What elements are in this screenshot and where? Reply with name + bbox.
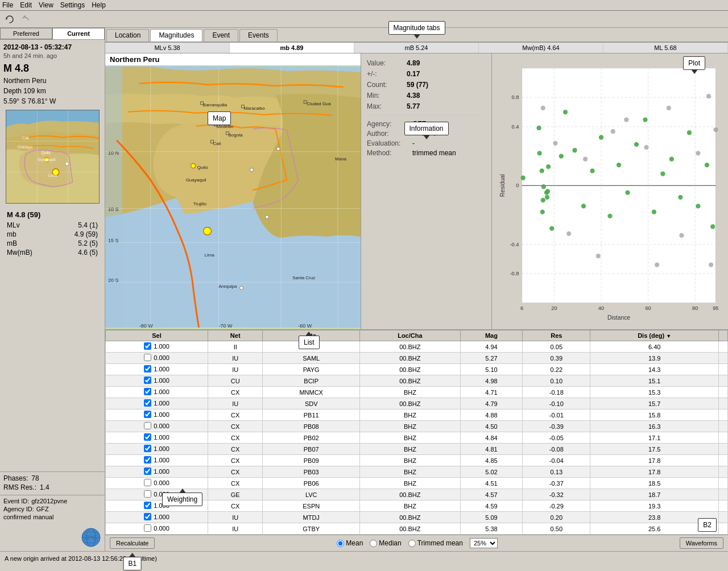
weighting-annotation: Weighting: [162, 493, 202, 506]
svg-point-95: [559, 154, 564, 158]
svg-text:80: 80: [692, 305, 698, 311]
radio-trimmed-input[interactable]: [408, 540, 416, 547]
mag-tab-mwmb[interactable]: Mw(mB) 4.64: [479, 43, 603, 53]
col-mag[interactable]: Mag: [460, 330, 523, 341]
table-container[interactable]: List Weighting B2 Sel Net Sta: [105, 330, 728, 535]
radio-trimmed-label: Trimmed mean: [417, 539, 463, 547]
svg-point-99: [590, 168, 594, 173]
row-net-1: IU: [208, 353, 263, 364]
radio-mean[interactable]: Mean: [337, 539, 363, 547]
mag-row-mwmb: Mw(mB) 4.6 (5): [7, 249, 98, 256]
event-timeago: 5h and 24 min. ago: [3, 52, 101, 59]
row-res-0: 0.05: [523, 341, 590, 353]
menu-edit[interactable]: Edit: [20, 1, 32, 9]
svg-point-58: [239, 286, 243, 289]
tab-location[interactable]: Location: [106, 29, 149, 42]
col-sel[interactable]: Sel: [106, 330, 208, 341]
row-checkbox-13[interactable]: [144, 490, 151, 498]
radio-trimmed[interactable]: Trimmed mean: [408, 539, 463, 547]
row-checkbox-0[interactable]: [144, 342, 151, 350]
row-checkbox-14[interactable]: [144, 502, 151, 509]
row-net-6: CX: [208, 409, 263, 421]
col-dis[interactable]: Dis (deg) ▼: [590, 330, 719, 341]
map-display: Map: [105, 66, 361, 328]
row-checkbox-2[interactable]: [144, 365, 151, 373]
event-info: 2012-08-13 - 05:32:47 5h and 24 min. ago…: [0, 40, 105, 471]
radio-mean-input[interactable]: [337, 540, 344, 547]
map-title: Northern Peru: [105, 53, 361, 66]
event-region: Northern Peru: [3, 77, 101, 85]
preferred-tab[interactable]: Preferred: [0, 28, 52, 39]
tab-events[interactable]: Events: [239, 29, 278, 42]
mag-type-mwmb: Mw(mB): [7, 249, 32, 256]
table-header-row: Sel Net Sta Loc/Cha Mag Res Dis (deg) ▼: [106, 330, 728, 341]
tab-magnitudes[interactable]: Magnitudes: [150, 29, 202, 42]
row-checkbox-4[interactable]: [144, 388, 151, 395]
row-mag-10: 4.85: [460, 455, 523, 466]
row-checkbox-5[interactable]: [144, 399, 151, 407]
row-sel-15: 1.000: [154, 514, 169, 520]
rms-row: RMS Res.: 1.4: [3, 483, 101, 491]
list-annotation: List: [299, 336, 320, 349]
menu-file[interactable]: File: [2, 1, 13, 9]
row-sel-0: 1.000: [154, 343, 169, 350]
row-checkbox-3[interactable]: [144, 376, 151, 384]
menu-settings[interactable]: Settings: [60, 1, 85, 9]
mag-type-mlv: MLv: [7, 221, 20, 229]
info-min-label: Min:: [367, 92, 407, 100]
row-checkbox-15[interactable]: [144, 513, 151, 520]
row-checkbox-11[interactable]: [144, 467, 151, 475]
recalculate-button[interactable]: Recalculate B1: [110, 537, 155, 549]
mag-tab-mb[interactable]: mb 4.89: [230, 43, 354, 53]
col-res[interactable]: Res: [523, 330, 590, 341]
svg-point-47: [191, 164, 196, 168]
mag-tab-mB[interactable]: mB 5.24: [354, 43, 479, 53]
row-sel-9: 1.000: [154, 445, 169, 452]
col-loccha[interactable]: Loc/Cha: [360, 330, 461, 341]
row-checkbox-8[interactable]: [144, 433, 151, 441]
tab-event[interactable]: Event: [204, 29, 238, 42]
info-plusminus-row: +/-: 0.17: [367, 70, 486, 78]
mag-type-mb: mb: [7, 230, 16, 238]
mag-tab-mlv[interactable]: MLv 5.38: [105, 43, 230, 53]
row-checkbox-7[interactable]: [144, 422, 151, 429]
radio-median[interactable]: Median: [370, 539, 401, 547]
current-tab[interactable]: Current: [52, 28, 105, 39]
svg-text:Quito: Quito: [197, 165, 209, 170]
row-scroll-6: [719, 409, 728, 421]
svg-point-101: [607, 214, 612, 218]
row-checkbox-6[interactable]: [144, 411, 151, 418]
table-row: 1.000CXPB02BHZ4.84-0.0517.1: [106, 432, 728, 444]
row-mag-1: 5.27: [460, 353, 523, 364]
table-row: 1.000IUMTDJ00.BHZ5.090.2023.8: [106, 512, 728, 523]
row-scroll-15: [719, 512, 728, 523]
info-plusminus-val: 0.17: [407, 70, 420, 78]
mag-val-mlv: 5.4 (1): [78, 221, 98, 229]
row-checkbox-10[interactable]: [144, 456, 151, 464]
menu-view[interactable]: View: [39, 1, 53, 9]
radio-median-input[interactable]: [370, 540, 377, 547]
waveforms-button[interactable]: Waveforms: [680, 537, 723, 549]
row-dis-5: 15.7: [590, 398, 719, 409]
row-checkbox-16[interactable]: [144, 524, 151, 532]
row-res-8: -0.05: [523, 432, 590, 444]
checkbox-cell-8: 1.000: [106, 432, 208, 444]
mag-tab-ml[interactable]: ML 5.68: [603, 43, 728, 53]
recalculate-btn[interactable]: Recalculate: [110, 537, 155, 549]
row-sel-5: 1.000: [154, 400, 169, 407]
menu-help[interactable]: Help: [92, 1, 106, 9]
col-scroll[interactable]: [719, 330, 728, 341]
col-net[interactable]: Net: [208, 330, 263, 341]
info-max-label: Max:: [367, 102, 407, 110]
row-sta-3: BCIP: [263, 375, 360, 387]
svg-point-88: [541, 198, 545, 202]
trimmed-percent-select[interactable]: 25% 10% 50%: [470, 538, 498, 548]
row-checkbox-1[interactable]: [144, 354, 151, 361]
row-scroll-14: [719, 500, 728, 512]
row-checkbox-9[interactable]: [144, 445, 151, 452]
mag-header: M 4.8 (59): [7, 210, 98, 219]
refresh-icon[interactable]: [3, 13, 16, 26]
row-dis-13: 18.7: [590, 489, 719, 500]
undo-icon[interactable]: [19, 13, 32, 26]
row-checkbox-12[interactable]: [144, 479, 151, 486]
